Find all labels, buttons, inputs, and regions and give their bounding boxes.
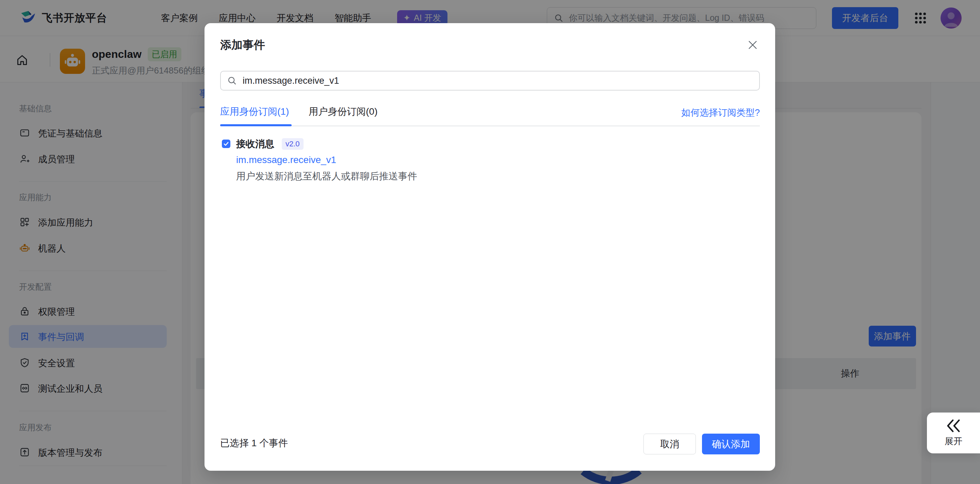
modal-tabs-underline [220,124,760,126]
tab-app-subscription[interactable]: 应用身份订阅(1) [220,105,289,118]
expand-label: 展开 [945,435,962,447]
checkbox-checked-icon [223,140,229,147]
tabs-track [220,126,760,126]
double-chevron-left-icon [946,419,961,433]
modal-tabs: 应用身份订阅(1) 用户身份订阅(0) [220,105,377,118]
cancel-button[interactable]: 取消 [643,434,696,454]
event-checkbox[interactable] [222,140,231,148]
event-name-row: 接收消息 v2.0 [236,137,304,150]
tab-user-subscription[interactable]: 用户身份订阅(0) [309,105,377,118]
confirm-add-button[interactable]: 确认添加 [702,434,760,454]
close-icon[interactable] [746,39,759,51]
selected-count-text: 已选择 1 个事件 [220,437,288,450]
event-version-badge: v2.0 [282,138,304,150]
modal-search-box[interactable] [220,71,760,91]
add-event-modal: 添加事件 应用身份订阅(1) 用户身份订阅(0) 如何选择订阅类型? 接收消息 … [205,23,775,471]
expand-panel-button[interactable]: 展开 [927,412,980,453]
modal-actions: 取消 确认添加 [643,434,760,454]
modal-title: 添加事件 [220,37,265,53]
modal-search-input[interactable] [242,75,753,86]
event-name: 接收消息 [236,137,274,150]
active-tab-indicator [220,124,292,126]
event-code-link[interactable]: im.message.receive_v1 [236,154,336,166]
subscription-help-link[interactable]: 如何选择订阅类型? [681,107,760,119]
screen: 飞书开放平台 客户案例 应用中心 开发文档 智能助手 ✦ AI 开发 开发者后台 [0,0,980,484]
event-description: 用户发送新消息至机器人或群聊后推送事件 [236,170,417,183]
search-icon [227,76,237,86]
